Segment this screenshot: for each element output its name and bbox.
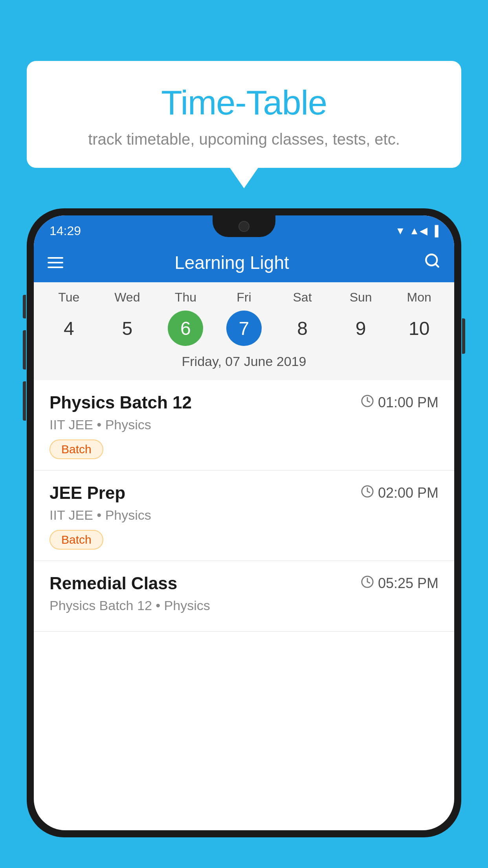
day-9[interactable]: 9 [335,309,386,348]
schedule-item-1-time: 01:00 PM [361,394,438,411]
day-header-sat: Sat [277,290,328,305]
day-header-tue: Tue [43,290,94,305]
notch [213,215,275,237]
day-9-wrapper: 9 [335,309,386,348]
day-8-wrapper: 8 [277,309,328,348]
schedule-item-1-name: Physics Batch 12 [50,393,192,412]
schedule-list: Physics Batch 12 01:00 PM IIT JEE • P [34,380,454,632]
day-6-today[interactable]: 6 [168,311,203,346]
day-5[interactable]: 5 [102,309,153,348]
schedule-item-1-time-text: 01:00 PM [378,394,438,411]
day-4-wrapper: 4 [43,309,94,348]
phone-outer: 14:29 ▼ ▲◀ ▐ Learning Light [27,208,461,837]
day-6-wrapper: 6 [160,309,211,348]
calendar-strip: Tue Wed Thu Fri Sat Sun Mon 4 5 [34,282,454,380]
app-header: Learning Light [34,243,454,282]
schedule-item-3-header: Remedial Class 05:25 PM [50,574,438,593]
schedule-item-1-meta: IIT JEE • Physics [50,417,438,432]
day-4[interactable]: 4 [43,309,94,348]
silent-button [23,381,26,421]
day-8[interactable]: 8 [277,309,328,348]
schedule-item-2-meta: IIT JEE • Physics [50,508,438,523]
day-header-sun: Sun [335,290,386,305]
schedule-item-3[interactable]: Remedial Class 05:25 PM Physics Batch [34,561,454,632]
schedule-item-3-time-text: 05:25 PM [378,575,438,592]
schedule-item-3-name: Remedial Class [50,574,177,593]
day-header-mon: Mon [394,290,445,305]
schedule-item-1-badge: Batch [50,440,103,459]
day-10-wrapper: 10 [394,309,445,348]
clock-icon-3 [361,575,374,592]
hamburger-line-2 [48,262,63,263]
selected-date-label: Friday, 07 June 2019 [34,348,454,376]
day-header-wed: Wed [102,290,153,305]
schedule-item-3-time: 05:25 PM [361,575,438,592]
schedule-item-1[interactable]: Physics Batch 12 01:00 PM IIT JEE • P [34,380,454,471]
bubble-title: Time-Table [50,83,438,123]
schedule-item-2-header: JEE Prep 02:00 PM [50,483,438,503]
speech-bubble: Time-Table track timetable, upcoming cla… [27,61,461,168]
day-10[interactable]: 10 [394,309,445,348]
wifi-icon: ▼ [395,225,405,237]
clock-icon-2 [361,485,374,501]
status-icons: ▼ ▲◀ ▐ [395,225,438,237]
clock-icon-1 [361,394,374,411]
svg-line-1 [435,264,438,267]
day-header-thu: Thu [160,290,211,305]
day-header-fri: Fri [218,290,270,305]
schedule-item-3-meta: Physics Batch 12 • Physics [50,598,438,613]
front-camera [238,221,250,232]
phone-container: 14:29 ▼ ▲◀ ▐ Learning Light [27,208,461,868]
search-icon[interactable] [424,252,440,273]
schedule-item-2-time: 02:00 PM [361,485,438,501]
schedule-item-2[interactable]: JEE Prep 02:00 PM IIT JEE • Physics [34,471,454,561]
power-button [462,318,465,354]
status-time: 14:29 [50,224,81,238]
day-headers: Tue Wed Thu Fri Sat Sun Mon [34,290,454,305]
volume-up-button [23,295,26,318]
phone-screen: 14:29 ▼ ▲◀ ▐ Learning Light [34,215,454,830]
app-title: Learning Light [75,252,389,273]
hamburger-line-3 [48,267,63,268]
day-5-wrapper: 5 [102,309,153,348]
schedule-item-1-header: Physics Batch 12 01:00 PM [50,393,438,412]
schedule-item-2-badge: Batch [50,530,103,550]
hamburger-line-1 [48,257,63,259]
signal-icon: ▲◀ [409,225,427,237]
menu-button[interactable] [48,257,63,268]
schedule-item-2-name: JEE Prep [50,483,125,503]
bubble-subtitle: track timetable, upcoming classes, tests… [50,131,438,148]
day-7-selected[interactable]: 7 [226,311,262,346]
day-numbers: 4 5 6 7 8 9 [34,309,454,348]
volume-down-button [23,330,26,370]
speech-bubble-container: Time-Table track timetable, upcoming cla… [27,61,461,168]
schedule-item-2-time-text: 02:00 PM [378,485,438,501]
day-7-wrapper: 7 [218,309,270,348]
battery-icon: ▐ [431,225,438,237]
